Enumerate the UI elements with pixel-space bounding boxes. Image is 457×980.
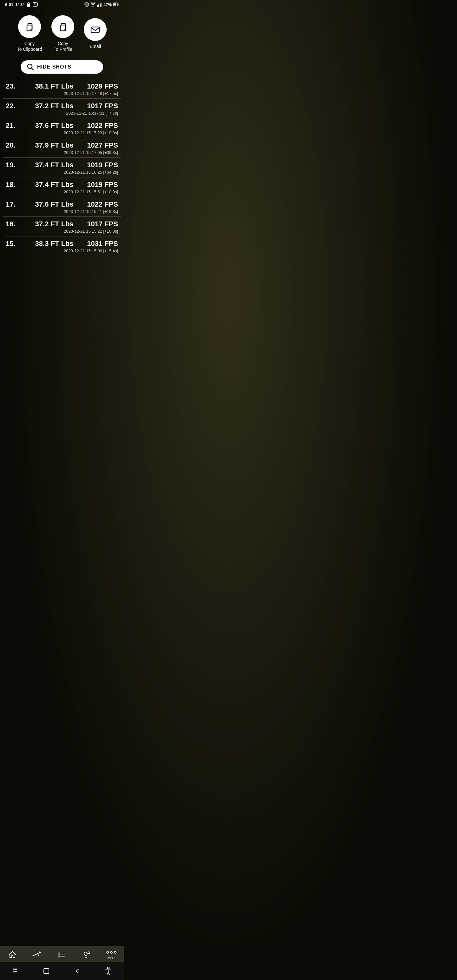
shot-fps: 1019 FPS — [87, 161, 118, 169]
svg-rect-3 — [97, 5, 98, 7]
shot-datetime: 2023-12-21 15:15:41 [+19.3s] — [6, 209, 118, 214]
shot-datetime: 2023-12-21 15:16:26 [+34.2s] — [6, 170, 118, 175]
status-right: 47% — [84, 2, 119, 7]
lock-icon — [26, 2, 31, 7]
shot-energy: 37.6 FT Lbs — [22, 200, 87, 208]
shot-energy: 37.2 FT Lbs — [22, 102, 87, 110]
action-buttons: CopyTo Clipboard CopyTo Profile Email — [0, 9, 124, 55]
shot-fps: 1029 FPS — [87, 82, 118, 91]
copy-profile-icon — [57, 21, 68, 32]
shot-item-2[interactable]: 16.37.2 FT Lbs1017 FPS2023-12-21 15:15:2… — [3, 216, 121, 236]
shot-item-3[interactable]: 17.37.6 FT Lbs1022 FPS2023-12-21 15:15:4… — [3, 197, 121, 216]
svg-rect-5 — [100, 3, 100, 7]
shot-fps: 1019 FPS — [87, 181, 118, 189]
shot-energy: 38.3 FT Lbs — [22, 240, 87, 248]
copy-clipboard-button[interactable]: CopyTo Clipboard — [17, 15, 42, 52]
shot-energy: 37.4 FT Lbs — [22, 161, 87, 169]
shot-item-8[interactable]: 22.37.2 FT Lbs1017 FPS2023-12-21 15:17:3… — [3, 99, 121, 118]
shot-item-6[interactable]: 20.37.9 FT Lbs1027 FPS2023-12-21 15:17:0… — [3, 138, 121, 158]
shot-number: 15. — [6, 240, 22, 248]
shot-energy: 37.4 FT Lbs — [22, 181, 87, 189]
svg-rect-8 — [114, 3, 116, 6]
shots-list: 23.38.1 FT Lbs1029 FPS2023-12-21 15:17:4… — [0, 79, 124, 256]
email-label: Email — [90, 43, 101, 49]
shot-datetime: 2023-12-21 15:15:06 [+15.4s] — [6, 248, 118, 253]
email-button[interactable]: Email — [84, 18, 107, 49]
shot-number: 22. — [6, 102, 22, 110]
shot-item-5[interactable]: 19.37.4 FT Lbs1019 FPS2023-12-21 15:16:2… — [3, 158, 121, 177]
shot-datetime: 2023-12-21 15:15:22 [+16.0s] — [6, 229, 118, 234]
shot-item-9[interactable]: 23.38.1 FT Lbs1029 FPS2023-12-21 15:17:4… — [3, 79, 121, 99]
shot-fps: 1017 FPS — [87, 102, 118, 110]
image-icon — [33, 2, 38, 7]
search-bar[interactable]: HIDE SHOTS — [21, 60, 103, 74]
shot-item-4[interactable]: 18.37.4 FT Lbs1019 FPS2023-12-21 15:15:5… — [3, 177, 121, 197]
shot-item-7[interactable]: 21.37.6 FT Lbs1022 FPS2023-12-21 15:17:2… — [3, 118, 121, 138]
status-left: 6:01 1° 3° — [5, 2, 38, 7]
shot-fps: 1017 FPS — [87, 220, 118, 228]
shot-number: 18. — [6, 181, 22, 189]
email-circle[interactable] — [84, 18, 107, 41]
shot-energy: 37.6 FT Lbs — [22, 121, 87, 130]
svg-rect-1 — [33, 3, 37, 6]
shot-energy: 38.1 FT Lbs — [22, 82, 87, 91]
svg-rect-12 — [91, 27, 99, 33]
copy-clipboard-label: CopyTo Clipboard — [17, 41, 42, 52]
shot-fps: 1022 FPS — [87, 121, 118, 130]
shot-datetime: 2023-12-21 15:17:23 [+18.0s] — [6, 130, 118, 135]
copy-clipboard-circle[interactable] — [18, 15, 41, 38]
shot-datetime: 2023-12-21 15:17:31 [+7.7s] — [6, 111, 118, 116]
wifi-icon — [90, 2, 96, 7]
shot-item-1[interactable]: 15.38.3 FT Lbs1031 FPS2023-12-21 15:15:0… — [3, 236, 121, 256]
copy-profile-circle[interactable] — [51, 15, 74, 38]
shot-fps: 1027 FPS — [87, 141, 118, 150]
search-icon — [27, 64, 34, 70]
shot-datetime: 2023-12-21 15:15:51 [+10.3s] — [6, 189, 118, 194]
battery-icon — [113, 3, 119, 6]
shot-fps: 1031 FPS — [87, 240, 118, 248]
copy-profile-label: CopyTo Profile — [54, 41, 72, 52]
time: 6:01 — [5, 2, 13, 7]
shot-fps: 1022 FPS — [87, 200, 118, 208]
svg-rect-0 — [27, 4, 30, 7]
shot-number: 23. — [6, 82, 22, 91]
indicators: 1° 3° — [15, 2, 24, 7]
shot-number: 17. — [6, 200, 22, 208]
shot-energy: 37.9 FT Lbs — [22, 141, 87, 150]
shot-number: 19. — [6, 161, 22, 169]
search-text: HIDE SHOTS — [37, 64, 72, 70]
copy-clipboard-icon — [24, 21, 35, 32]
shot-number: 16. — [6, 220, 22, 228]
shot-datetime: 2023-12-21 15:17:05 [+39.3s] — [6, 150, 118, 155]
signal-icon — [97, 2, 102, 7]
svg-rect-6 — [101, 3, 102, 7]
shot-energy: 37.2 FT Lbs — [22, 220, 87, 228]
shot-datetime: 2023-12-21 15:17:48 [+17.5s] — [6, 91, 118, 96]
svg-rect-9 — [118, 4, 119, 5]
status-bar: 6:01 1° 3° — [0, 0, 124, 9]
shot-number: 21. — [6, 121, 22, 130]
svg-line-14 — [32, 68, 33, 70]
svg-rect-4 — [99, 5, 99, 7]
battery-level: 47% — [104, 2, 112, 7]
copy-profile-button[interactable]: CopyTo Profile — [51, 15, 74, 52]
shot-number: 20. — [6, 141, 22, 150]
email-icon — [89, 24, 101, 35]
shield-icon — [84, 2, 89, 7]
